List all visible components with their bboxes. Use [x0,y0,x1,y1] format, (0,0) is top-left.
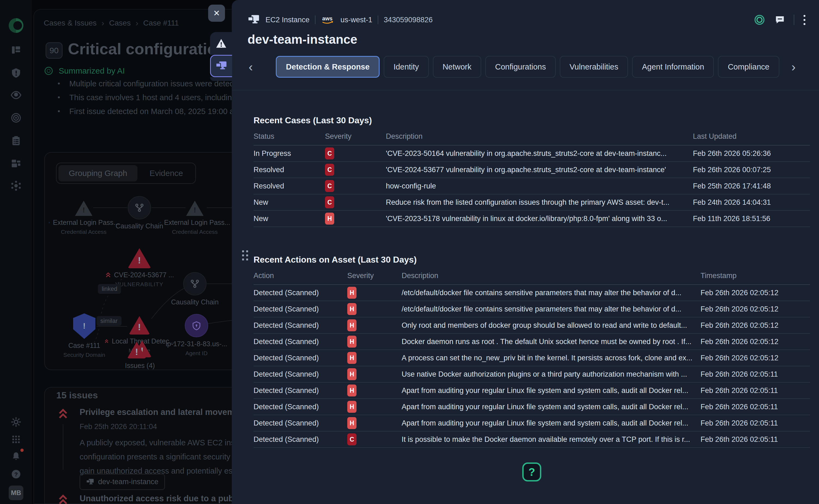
tab-identity[interactable]: Identity [384,56,429,78]
table-row[interactable]: Detected (Scanned) H Apart from auditing… [253,383,810,399]
severity-chevron-icon [48,219,50,226]
table-row[interactable]: Detected (Scanned) H Apart from auditing… [253,399,810,415]
table-row[interactable]: Detected (Scanned) H /etc/default/docker… [253,285,810,301]
severity-badge: H [347,352,356,364]
table-row[interactable]: Detected (Scanned) H Only root and membe… [253,317,810,334]
col-last-updated: Last Updated [693,132,810,141]
bullet-dot: • [58,107,60,116]
severity-badge: H [347,417,356,429]
issue-description-line: configuration presents a significant sec… [80,450,230,464]
sidebar-item-graph[interactable] [10,179,23,192]
severity-chevron-icon [159,219,161,226]
issue-timeline [63,424,63,470]
issue-title[interactable]: Unauthorized access risk due to a public… [80,494,257,503]
side-tab-asset[interactable] [210,55,232,77]
case-title: Critical configuration [68,40,226,58]
graph-node-alert[interactable]: External Login Pass... Credential Access [159,201,230,235]
user-avatar[interactable]: MB [9,486,23,500]
recent-cases-header: Status Severity Description Last Updated [253,128,810,146]
severity-badge: H [347,401,356,413]
critical-chevron-icon [57,494,69,504]
asset-chip[interactable]: dev-team-instance [80,474,165,490]
table-row[interactable]: Detected (Scanned) H Docker daemon runs … [253,334,810,350]
tab-grouping-graph[interactable]: Grouping Graph [58,165,137,181]
col-status: Status [253,132,325,141]
col-description: Description [401,272,701,280]
divider [378,15,378,24]
tab-vulnerabilities[interactable]: Vulnerabilities [560,56,628,78]
close-panel-button[interactable]: ✕ [208,5,225,22]
notification-dot [20,449,24,452]
settings-gear-icon[interactable] [10,415,23,429]
app-logo-icon[interactable] [8,17,24,34]
ai-bullet: First issue detected on March 08, 2025 1… [69,107,247,116]
table-row[interactable]: In Progress C 'CVE-2023-50164 vulnerabil… [253,146,810,162]
ai-bullet: This case involves 1 host and 4 users, i… [69,93,256,102]
table-row[interactable]: Detected (Scanned) C It is possible to m… [253,431,810,448]
svg-text:aws: aws [322,15,332,21]
tabs-scroll-left-icon[interactable]: ‹ [245,57,256,76]
table-row[interactable]: New C Reduce risk from the listed config… [253,194,810,211]
case-score-badge: 90 [46,42,62,59]
divider [232,90,819,90]
severity-badge: H [347,385,356,396]
divider [794,15,794,25]
sidebar-item-visibility[interactable] [10,89,23,102]
sidebar-item-risks[interactable] [10,66,23,79]
ai-summary-label: Summarized by AI [59,66,125,75]
tab-compliance[interactable]: Compliance [718,56,779,78]
table-row[interactable]: New H 'CVE-2023-5178 vulnerability in li… [253,211,810,227]
tab-evidence[interactable]: Evidence [139,165,193,181]
tab-configurations[interactable]: Configurations [485,56,556,78]
more-options-kebab-icon[interactable] [802,14,807,26]
table-row[interactable]: Resolved C 'CVE-2024-53677 vulnerability… [253,162,810,178]
tab-network[interactable]: Network [433,56,481,78]
breadcrumb-case-111[interactable]: Case #111 [143,19,179,27]
svg-text:?: ? [14,471,18,477]
severity-badge: H [347,303,356,315]
graph-node-issues[interactable]: Issues (4) [105,339,175,370]
panel-resize-grip[interactable] [242,250,248,260]
severity-badge: C [325,196,334,208]
bullet-dot: • [58,93,60,102]
panel-tab-bar: ‹ Detection & Response Identity Network … [232,56,819,78]
alert-triangle-icon [75,201,92,216]
apps-grid-icon[interactable] [10,433,23,446]
table-row[interactable]: Detected (Scanned) H /etc/default/docker… [253,301,810,317]
severity-badge: C [325,180,334,192]
tab-agent-information[interactable]: Agent Information [632,56,714,78]
region-label: us-west-1 [340,16,372,24]
col-action: Action [253,272,347,280]
critical-chevron-icon [57,408,69,421]
sidebar-item-compliance[interactable] [10,134,23,147]
aws-logo-icon: aws [321,15,335,25]
graph-view-switcher: Grouping Graph Evidence [56,163,196,184]
panel-side-tabs [210,32,232,81]
notifications-bell-icon[interactable] [10,450,23,463]
edge-label-linked: linked [98,284,121,294]
col-timestamp: Timestamp [701,272,810,280]
help-button[interactable]: ? [522,462,541,481]
breadcrumb: Cases & Issues › Cases › Case #111 [44,18,179,28]
table-row[interactable]: Detected (Scanned) H Use native Docker a… [253,366,810,383]
severity-badge: C [325,164,334,176]
sidebar-item-inventory[interactable] [10,157,23,170]
breadcrumb-cases[interactable]: Cases [109,19,131,27]
help-circle-icon[interactable]: ? [10,468,23,481]
graph-node-causality[interactable]: Causality Chain [159,272,230,306]
breadcrumb-cases-issues[interactable]: Cases & Issues [44,19,97,27]
warning-triangle-icon [215,38,227,49]
table-row[interactable]: Resolved C how-config-rule Feb 25th 2026… [253,178,810,194]
sidebar-item-targets[interactable] [10,111,23,124]
tabs-scroll-right-icon[interactable]: › [788,57,799,76]
side-tab-alerts[interactable] [210,32,232,55]
severity-badge: C [347,433,356,445]
asset-monitor-icon [86,478,94,486]
ai-assistant-icon[interactable] [753,13,766,26]
recent-actions-header: Action Severity Description Timestamp [253,267,810,285]
sidebar-item-dashboard[interactable] [10,43,23,56]
table-row[interactable]: Detected (Scanned) H Apart from auditing… [253,415,810,431]
chat-icon[interactable] [774,14,786,26]
tab-detection-response[interactable]: Detection & Response [276,56,379,78]
table-row[interactable]: Detected (Scanned) H A process can set t… [253,350,810,366]
